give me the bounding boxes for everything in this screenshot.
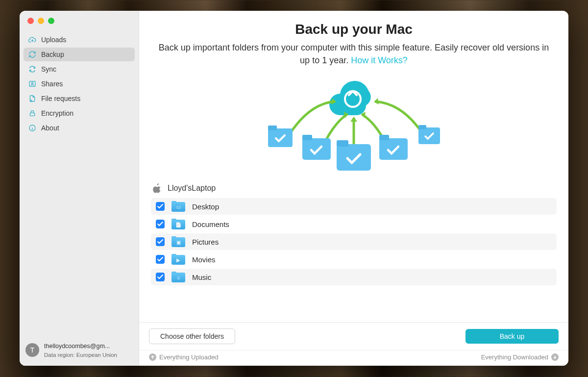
folder-label: Documents bbox=[192, 220, 229, 228]
folder-icon: ▶ bbox=[172, 254, 185, 265]
folder-row-documents[interactable]: 📄 Documents bbox=[151, 216, 557, 232]
file-request-icon bbox=[28, 95, 36, 102]
person-box-icon bbox=[28, 80, 36, 88]
folder-icon: ♫ bbox=[172, 272, 185, 282]
svg-rect-13 bbox=[379, 135, 389, 140]
svg-rect-14 bbox=[418, 127, 440, 144]
how-it-works-link[interactable]: How it Works? bbox=[351, 55, 408, 65]
page-subtitle: Back up important folders from your comp… bbox=[158, 41, 550, 67]
cloud-upload-icon bbox=[28, 36, 36, 44]
window-controls bbox=[20, 11, 139, 33]
status-uploaded-label: Everything Uploaded bbox=[159, 353, 219, 361]
footer-bar: Choose other folders Back up bbox=[139, 322, 568, 350]
sidebar-item-about[interactable]: About bbox=[24, 121, 135, 135]
sidebar-item-label: Uploads bbox=[41, 36, 66, 44]
svg-rect-12 bbox=[379, 138, 408, 160]
info-icon bbox=[28, 124, 36, 132]
checkbox[interactable] bbox=[156, 202, 165, 211]
svg-rect-6 bbox=[268, 128, 293, 147]
folder-label: Desktop bbox=[192, 202, 219, 211]
status-downloaded: Everything Downloaded bbox=[481, 353, 559, 361]
svg-point-2 bbox=[30, 100, 32, 101]
checkbox[interactable] bbox=[156, 237, 165, 246]
folder-label: Music bbox=[192, 273, 211, 281]
device-row: Lloyd'sLaptop bbox=[151, 179, 557, 198]
sidebar-item-uploads[interactable]: Uploads bbox=[24, 33, 135, 47]
status-uploaded: Everything Uploaded bbox=[149, 353, 219, 361]
svg-rect-9 bbox=[302, 135, 312, 140]
choose-other-folders-button[interactable]: Choose other folders bbox=[149, 328, 235, 344]
status-downloaded-label: Everything Downloaded bbox=[481, 353, 548, 361]
sidebar-item-label: About bbox=[41, 124, 59, 132]
status-bar: Everything Uploaded Everything Downloade… bbox=[139, 350, 568, 366]
sidebar-item-encryption[interactable]: Encryption bbox=[24, 106, 135, 120]
download-status-icon bbox=[551, 353, 559, 361]
minimize-window-button[interactable] bbox=[38, 18, 44, 24]
folder-row-movies[interactable]: ▶ Movies bbox=[151, 251, 557, 268]
svg-rect-8 bbox=[302, 138, 331, 160]
fullscreen-window-button[interactable] bbox=[48, 18, 54, 24]
checkbox[interactable] bbox=[156, 220, 165, 228]
sidebar-item-label: Sync bbox=[41, 65, 56, 73]
page-title: Back up your Mac bbox=[151, 22, 557, 37]
refresh-icon bbox=[28, 50, 36, 58]
checkbox[interactable] bbox=[156, 255, 165, 264]
sidebar-item-label: File requests bbox=[41, 95, 80, 102]
app-window: Uploads Backup Sync Shares bbox=[20, 11, 568, 366]
sync-icon bbox=[28, 65, 36, 73]
sidebar-nav: Uploads Backup Sync Shares bbox=[20, 33, 139, 136]
upload-status-icon bbox=[149, 353, 156, 361]
sidebar-item-shares[interactable]: Shares bbox=[24, 77, 135, 91]
sidebar-item-label: Encryption bbox=[41, 109, 74, 117]
backup-button[interactable]: Back up bbox=[466, 329, 559, 344]
folder-label: Movies bbox=[192, 255, 216, 264]
apple-icon bbox=[153, 183, 162, 193]
backup-illustration bbox=[251, 75, 457, 176]
device-name: Lloyd'sLaptop bbox=[168, 184, 216, 193]
sidebar-item-backup[interactable]: Backup bbox=[24, 48, 135, 61]
checkbox[interactable] bbox=[156, 273, 165, 281]
folder-row-music[interactable]: ♫ Music bbox=[151, 269, 557, 285]
avatar[interactable]: T bbox=[25, 343, 39, 357]
svg-rect-3 bbox=[30, 113, 34, 116]
account-email: thelloydcoombes@gm... bbox=[44, 342, 117, 351]
close-window-button[interactable] bbox=[27, 18, 34, 24]
svg-rect-7 bbox=[268, 126, 277, 130]
folder-icon: 📄 bbox=[172, 219, 185, 229]
main-pane: Back up your Mac Back up important folde… bbox=[139, 11, 568, 366]
lock-icon bbox=[28, 109, 36, 117]
sidebar-item-sync[interactable]: Sync bbox=[24, 62, 135, 76]
folder-row-desktop[interactable]: ▭ Desktop bbox=[151, 198, 557, 215]
sidebar: Uploads Backup Sync Shares bbox=[20, 11, 139, 366]
sidebar-item-label: Backup bbox=[41, 50, 64, 58]
folder-list: ▭ Desktop 📄 Documents ▣ Pictures ▶ Movie… bbox=[151, 198, 557, 285]
sidebar-item-label: Shares bbox=[41, 80, 63, 88]
sidebar-item-file-requests[interactable]: File requests bbox=[24, 92, 135, 105]
folder-label: Pictures bbox=[192, 238, 219, 246]
folder-icon: ▣ bbox=[172, 236, 185, 247]
svg-point-1 bbox=[31, 82, 33, 84]
folder-icon: ▭ bbox=[172, 201, 185, 212]
account-section: T thelloydcoombes@gm... Data region: Eur… bbox=[20, 337, 139, 366]
svg-rect-15 bbox=[418, 125, 426, 129]
folder-row-pictures[interactable]: ▣ Pictures bbox=[151, 233, 557, 250]
account-region: Data region: European Union bbox=[44, 351, 117, 359]
svg-rect-10 bbox=[337, 144, 371, 171]
svg-rect-11 bbox=[337, 140, 348, 147]
